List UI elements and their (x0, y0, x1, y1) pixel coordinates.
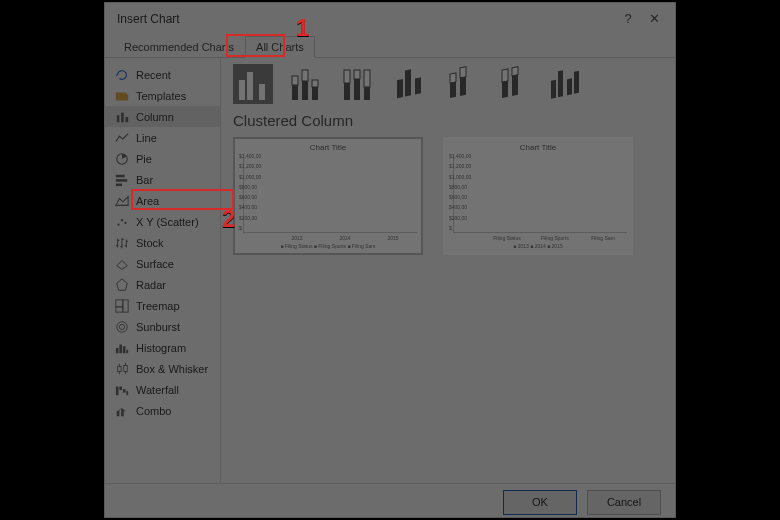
sidebar-item-line[interactable]: Line (105, 127, 220, 148)
sidebar-item-label: Combo (136, 405, 171, 417)
svg-point-8 (121, 219, 123, 221)
subtype-3d-clustered-column[interactable] (389, 64, 429, 104)
chart-preview-1[interactable]: Chart Title $1,400,00$1,200,00$1,000,00$… (233, 137, 423, 255)
histogram-icon (115, 341, 129, 355)
templates-icon (115, 89, 129, 103)
chart-subtype-title: Clustered Column (233, 112, 671, 129)
svg-rect-42 (397, 79, 403, 98)
sidebar-item-label: Waterfall (136, 384, 179, 396)
sidebar-item-label: Column (136, 111, 174, 123)
highlight-all-charts-tab (226, 34, 285, 57)
tabs: Recommended Charts All Charts (105, 35, 675, 58)
sidebar-item-label: Line (136, 132, 157, 144)
svg-rect-5 (116, 179, 127, 182)
svg-rect-6 (116, 183, 122, 186)
preview-y-labels: $1,400,00$1,200,00$1,000,00$800,00$600,0… (239, 153, 261, 231)
svg-point-7 (117, 223, 119, 225)
svg-point-9 (124, 221, 126, 223)
sidebar-item-label: X Y (Scatter) (136, 216, 199, 228)
sidebar-item-column[interactable]: Column (105, 106, 220, 127)
cancel-button[interactable]: Cancel (587, 490, 661, 515)
svg-rect-48 (460, 67, 466, 78)
svg-rect-28 (247, 72, 253, 100)
preview-x-labels: Filing StatusFiling SportsFiling Sam (449, 233, 627, 241)
sidebar-item-label: Stock (136, 237, 164, 249)
line-icon (115, 131, 129, 145)
annotation-number-1: 1 (296, 14, 309, 42)
svg-rect-24 (126, 390, 128, 394)
svg-rect-39 (354, 70, 360, 79)
combo-icon (115, 404, 129, 418)
svg-rect-55 (567, 78, 572, 95)
svg-point-14 (119, 324, 124, 329)
preview-title: Chart Title (449, 143, 627, 152)
svg-rect-53 (551, 80, 556, 99)
sidebar-item-pie[interactable]: Pie (105, 148, 220, 169)
svg-rect-10 (116, 299, 123, 306)
svg-rect-12 (116, 306, 123, 311)
radar-icon (115, 278, 129, 292)
sidebar-item-sunburst[interactable]: Sunburst (105, 316, 220, 337)
sidebar-item-label: Surface (136, 258, 174, 270)
preview-chart (453, 154, 627, 233)
svg-rect-2 (126, 117, 129, 122)
chart-preview-2[interactable]: Chart Title $1,400,00$1,200,00$1,000,00$… (443, 137, 633, 255)
column-icon (115, 110, 129, 124)
titlebar: Insert Chart ? ✕ (105, 3, 675, 35)
preview-chart (243, 154, 417, 233)
sidebar-item-recent[interactable]: Recent (105, 64, 220, 85)
svg-point-13 (117, 321, 128, 332)
pie-icon (115, 152, 129, 166)
svg-rect-21 (116, 386, 119, 395)
svg-rect-31 (292, 76, 298, 85)
area-icon (115, 194, 129, 208)
close-button[interactable]: ✕ (641, 3, 667, 35)
insert-chart-dialog: Insert Chart ? ✕ Recommended Charts All … (104, 2, 676, 518)
subtype-3d-column[interactable] (545, 64, 585, 104)
help-button[interactable]: ? (615, 3, 641, 35)
svg-rect-29 (259, 84, 265, 100)
svg-rect-11 (123, 299, 128, 311)
box-whisker-icon (115, 362, 129, 376)
sidebar-item-waterfall[interactable]: Waterfall (105, 379, 220, 400)
sidebar-item-templates[interactable]: Templates (105, 85, 220, 106)
sidebar-item-label: Sunburst (136, 321, 180, 333)
svg-rect-33 (302, 70, 308, 81)
sidebar-item-surface[interactable]: Surface (105, 253, 220, 274)
preview-row: Chart Title $1,400,00$1,200,00$1,000,00$… (233, 137, 671, 255)
surface-icon (115, 257, 129, 271)
preview-legend: ■ 2013 ■ 2014 ■ 2015 (449, 243, 627, 249)
svg-rect-44 (415, 77, 421, 94)
svg-rect-4 (116, 174, 125, 177)
sidebar-item-label: Histogram (136, 342, 186, 354)
subtype-100-stacked-column[interactable] (337, 64, 377, 104)
svg-rect-35 (312, 80, 318, 87)
sidebar-item-treemap[interactable]: Treemap (105, 295, 220, 316)
sidebar-item-stock[interactable]: Stock (105, 232, 220, 253)
sidebar-item-box-whisker[interactable]: Box & Whisker (105, 358, 220, 379)
sidebar-item-label: Pie (136, 153, 152, 165)
sidebar-item-label: Box & Whisker (136, 363, 208, 375)
subtype-3d-100-stacked-column[interactable] (493, 64, 533, 104)
sidebar-item-radar[interactable]: Radar (105, 274, 220, 295)
stock-icon (115, 236, 129, 250)
svg-rect-15 (116, 348, 119, 353)
ok-button[interactable]: OK (503, 490, 577, 515)
bar-icon (115, 173, 129, 187)
sidebar-item-bar[interactable]: Bar (105, 169, 220, 190)
subtype-3d-stacked-column[interactable] (441, 64, 481, 104)
sidebar-item-histogram[interactable]: Histogram (105, 337, 220, 358)
sunburst-icon (115, 320, 129, 334)
subtype-clustered-column[interactable] (233, 64, 273, 104)
preview-title: Chart Title (239, 143, 417, 152)
subtype-stacked-column[interactable] (285, 64, 325, 104)
sidebar-item-scatter[interactable]: X Y (Scatter) (105, 211, 220, 232)
svg-rect-54 (558, 70, 563, 97)
preview-x-labels: 201320142015 (239, 233, 417, 241)
sidebar-item-label: Recent (136, 69, 171, 81)
content-pane: Clustered Column Chart Title $1,400,00$1… (221, 58, 675, 483)
preview-legend: ■ Filing Status ■ Filing Sports ■ Filing… (239, 243, 417, 249)
svg-rect-50 (502, 69, 508, 82)
svg-rect-43 (405, 69, 411, 96)
sidebar-item-combo[interactable]: Combo (105, 400, 220, 421)
